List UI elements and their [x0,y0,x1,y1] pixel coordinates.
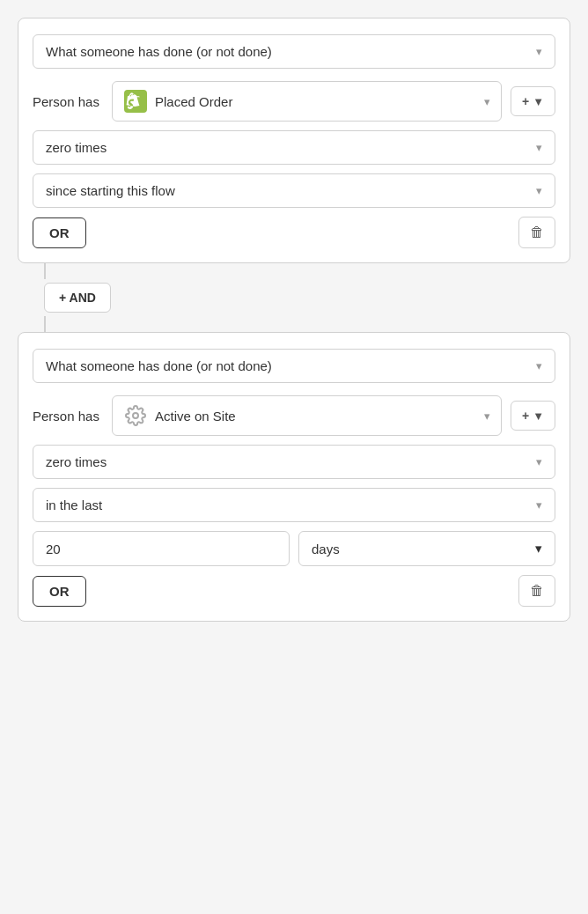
chevron-down-icon-event-2: ▾ [484,409,490,423]
and-button-wrapper: + AND [44,283,111,313]
connector-line-bottom [44,316,46,332]
timeframe-dropdown-2[interactable]: in the last ▾ [33,488,555,522]
bottom-row-1: OR 🗑 [33,217,555,248]
delete-button-2[interactable]: 🗑 [518,575,555,607]
what-done-dropdown-2[interactable]: What someone has done (or not done) ▾ [33,349,555,383]
trash-icon-2: 🗑 [530,583,544,598]
and-button[interactable]: + AND [44,283,111,313]
or-button-2[interactable]: OR [33,576,86,607]
chevron-down-icon-freq-2: ▾ [536,455,542,468]
timeframe-label-2: in the last [46,498,102,512]
event-dropdown-1[interactable]: Placed Order ▾ [112,81,502,122]
what-done-dropdown-1-label: What someone has done (or not done) [46,44,272,59]
add-filter-button-1[interactable]: + ▼ [511,86,555,116]
trash-icon-1: 🗑 [530,225,544,240]
event-label-2: Active on Site [155,409,477,424]
chevron-down-icon-2: ▾ [536,359,542,372]
frequency-dropdown-1[interactable]: zero times ▾ [33,130,555,165]
days-label: days [312,542,340,557]
chevron-down-icon-event-1: ▾ [484,95,490,108]
person-has-row-1: Person has Placed Order ▾ + ▼ [33,81,555,122]
or-label-2: OR [49,584,70,599]
funnel-icon-1: ▼ [533,95,544,108]
gear-icon [123,403,148,428]
chevron-down-icon-freq-1: ▾ [536,141,542,154]
add-filter-button-2[interactable]: + ▼ [511,401,555,431]
condition-block-2: What someone has done (or not done) ▾ Pe… [18,332,570,622]
number-input-row: days ▾ [33,531,555,566]
bottom-row-2: OR 🗑 [33,575,555,607]
frequency-label-2: zero times [46,454,107,469]
chevron-down-icon-time-1: ▾ [536,184,542,197]
chevron-down-icon-time-2: ▾ [536,498,542,512]
what-done-dropdown-1[interactable]: What someone has done (or not done) ▾ [33,34,555,69]
connector-1: + AND [18,263,570,332]
or-button-1[interactable]: OR [33,217,86,248]
timeframe-label-1: since starting this flow [46,183,175,198]
and-label: + AND [59,291,96,305]
person-has-label-1: Person has [33,94,103,109]
chevron-down-icon-days: ▾ [535,541,542,557]
connector-line-top [44,263,46,279]
frequency-label-1: zero times [46,140,107,155]
days-dropdown[interactable]: days ▾ [298,531,555,566]
number-input[interactable] [33,531,290,566]
chevron-down-icon: ▾ [536,45,542,58]
what-done-dropdown-2-label: What someone has done (or not done) [46,358,272,373]
plus-icon-1: + [522,94,529,108]
delete-button-1[interactable]: 🗑 [518,217,555,248]
event-label-1: Placed Order [155,94,477,109]
or-label-1: OR [49,225,70,240]
plus-icon-2: + [522,409,529,423]
person-has-label-2: Person has [33,409,103,424]
person-has-row-2: Person has Active on Site ▾ + ▼ [33,395,555,436]
event-dropdown-2[interactable]: Active on Site ▾ [112,395,502,436]
funnel-icon-2: ▼ [533,409,544,423]
condition-block-1: What someone has done (or not done) ▾ Pe… [18,18,570,263]
frequency-dropdown-2[interactable]: zero times ▾ [33,445,555,479]
shopify-icon [123,89,148,114]
timeframe-dropdown-1[interactable]: since starting this flow ▾ [33,173,555,208]
